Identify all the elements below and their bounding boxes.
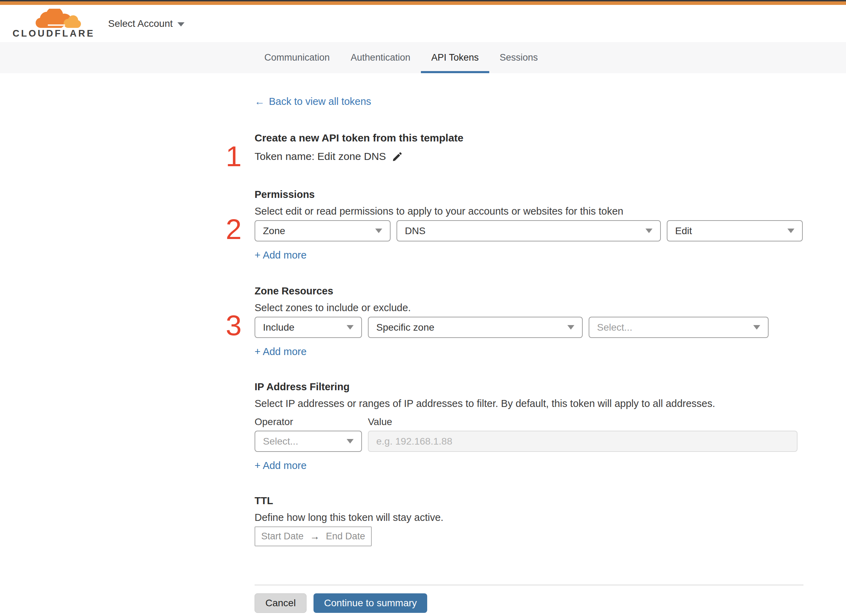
zone-type-select[interactable]: Specific zone	[368, 317, 583, 338]
permissions-description: Select edit or read permissions to apply…	[255, 205, 803, 217]
permissions-add-more-link[interactable]: + Add more	[255, 249, 306, 261]
cloudflare-cloud-icon	[33, 9, 85, 29]
cloudflare-logo[interactable]: CLOUDFLARE	[13, 9, 87, 38]
back-to-tokens-link[interactable]: ← Back to view all tokens	[255, 95, 371, 107]
token-form: ← Back to view all tokens Create a new A…	[255, 73, 803, 613]
profile-tabbar: Communication Authentication API Tokens …	[0, 42, 846, 73]
tab-communication[interactable]: Communication	[254, 42, 340, 73]
ttl-description: Define how long this token will stay act…	[255, 511, 803, 524]
permissions-heading: Permissions	[255, 188, 803, 201]
tab-authentication[interactable]: Authentication	[340, 42, 421, 73]
footer-actions: Cancel Continue to summary	[255, 593, 803, 613]
arrow-left-icon: ←	[255, 95, 265, 107]
step-number-2: 2	[223, 215, 244, 243]
chevron-down-icon	[753, 325, 760, 330]
chevron-down-icon	[178, 22, 184, 26]
chevron-down-icon	[347, 325, 354, 330]
ttl-heading: TTL	[255, 494, 803, 507]
ip-filtering-heading: IP Address Filtering	[255, 380, 803, 393]
ip-value-input[interactable]	[368, 431, 797, 452]
zone-resources-select-row: Include Specific zone Select...	[255, 317, 803, 338]
page-title: Create a new API token from this templat…	[255, 132, 803, 144]
step-number-1: 1	[223, 142, 244, 171]
end-date-placeholder: End Date	[326, 531, 365, 542]
zone-resources-add-more-link[interactable]: + Add more	[255, 346, 306, 358]
top-orange-strip	[0, 1, 846, 5]
zone-resources-description: Select zones to include or exclude.	[255, 301, 803, 314]
ip-operator-select[interactable]: Select...	[255, 431, 362, 452]
permission-scope-select[interactable]: Zone	[255, 220, 391, 242]
zone-resources-heading: Zone Resources	[255, 285, 803, 297]
token-name-row: Token name: Edit zone DNS	[255, 150, 803, 163]
chevron-down-icon	[375, 229, 382, 233]
token-name-text: Token name: Edit zone DNS	[255, 150, 386, 163]
permission-level-select[interactable]: Edit	[667, 220, 803, 242]
account-selector[interactable]: Select Account	[108, 18, 184, 29]
permission-group-select[interactable]: DNS	[396, 220, 661, 242]
continue-to-summary-button[interactable]: Continue to summary	[313, 593, 427, 613]
back-link-label: Back to view all tokens	[269, 95, 371, 107]
ip-filtering-description: Select IP addresses or ranges of IP addr…	[255, 397, 803, 410]
account-selector-label: Select Account	[108, 18, 173, 29]
operator-label: Operator	[255, 416, 368, 428]
chevron-down-icon	[567, 325, 574, 330]
ip-filtering-labels: Operator Value	[255, 416, 803, 428]
ttl-date-range-picker[interactable]: Start Date → End Date	[255, 527, 372, 546]
edit-pencil-icon[interactable]	[391, 151, 403, 162]
footer-divider	[255, 585, 803, 585]
arrow-right-icon: →	[310, 531, 319, 542]
app-header: CLOUDFLARE Select Account	[0, 5, 846, 42]
start-date-placeholder: Start Date	[261, 531, 304, 542]
zone-include-select[interactable]: Include	[255, 317, 362, 338]
ip-filtering-row: Select...	[255, 431, 803, 452]
chevron-down-icon	[787, 229, 795, 233]
step-number-3: 3	[223, 311, 244, 340]
chevron-down-icon	[646, 229, 652, 233]
tab-api-tokens[interactable]: API Tokens	[421, 42, 489, 73]
permissions-select-row: Zone DNS Edit	[255, 220, 803, 242]
chevron-down-icon	[347, 439, 354, 443]
cloudflare-wordmark: CLOUDFLARE	[13, 29, 87, 38]
tab-sessions[interactable]: Sessions	[489, 42, 549, 73]
cancel-button[interactable]: Cancel	[255, 593, 306, 613]
ip-filtering-add-more-link[interactable]: + Add more	[255, 459, 306, 471]
value-label: Value	[368, 416, 392, 428]
zone-picker-select[interactable]: Select...	[589, 317, 769, 338]
